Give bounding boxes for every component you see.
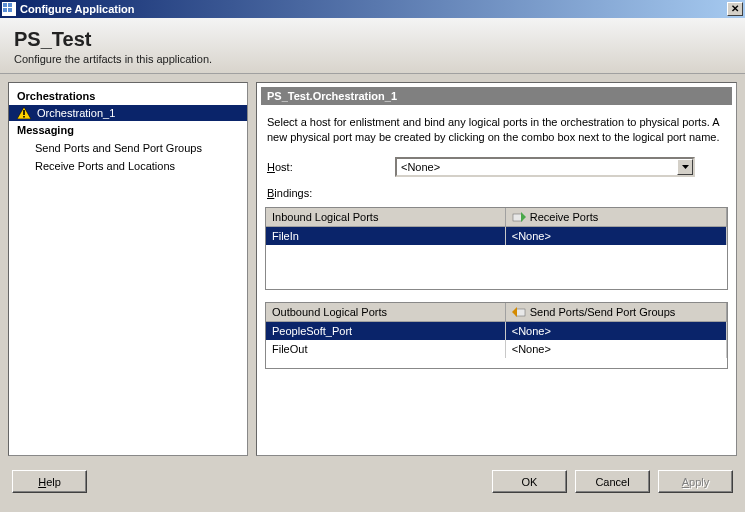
outbound-row-value: <None> — [506, 322, 727, 340]
nav-section-orchestrations: Orchestrations — [9, 87, 247, 105]
nav-item-send-ports[interactable]: Send Ports and Send Port Groups — [9, 139, 247, 157]
host-row: Host: <None> — [261, 155, 732, 179]
host-combo-value: <None> — [401, 161, 677, 173]
inbound-col-receive: Receive Ports — [506, 208, 727, 227]
svg-rect-9 — [513, 214, 522, 221]
outbound-col-logical: Outbound Logical Ports — [266, 303, 506, 322]
inbound-grid: Inbound Logical Ports Receive Ports File… — [265, 207, 728, 290]
svg-marker-12 — [512, 307, 517, 317]
bindings-label: Bindings: — [261, 185, 732, 201]
inbound-row-port: FileIn — [266, 227, 506, 245]
nav-item-receive-ports[interactable]: Receive Ports and Locations — [9, 157, 247, 175]
outbound-row[interactable]: FileOut <None> — [266, 340, 727, 358]
inbound-row-value: <None> — [506, 227, 727, 245]
inbound-grid-header: Inbound Logical Ports Receive Ports — [266, 208, 727, 227]
outbound-row-port: FileOut — [266, 340, 506, 358]
outbound-row-port: PeopleSoft_Port — [266, 322, 506, 340]
main-area: Orchestrations Orchestration_1 Messaging… — [0, 74, 745, 464]
title-bar: Configure Application ✕ — [0, 0, 745, 18]
apply-button[interactable]: Apply — [658, 470, 733, 493]
inbound-row[interactable]: FileIn <None> — [266, 227, 727, 245]
page-title: PS_Test — [14, 28, 731, 51]
nav-section-messaging: Messaging — [9, 121, 247, 139]
svg-rect-7 — [23, 116, 25, 118]
svg-rect-2 — [8, 3, 12, 7]
nav-item-label: Orchestration_1 — [37, 107, 115, 119]
svg-rect-3 — [3, 8, 7, 12]
combo-dropdown-button[interactable] — [677, 159, 693, 175]
host-label: Host: — [267, 161, 387, 173]
outbound-col-send: Send Ports/Send Port Groups — [506, 303, 727, 322]
receive-port-icon — [512, 211, 526, 223]
app-icon — [2, 2, 16, 16]
nav-item-orchestration-1[interactable]: Orchestration_1 — [9, 105, 247, 121]
content-title: PS_Test.Orchestration_1 — [261, 87, 732, 105]
svg-rect-11 — [516, 309, 525, 316]
page-subtitle: Configure the artifacts in this applicat… — [14, 53, 731, 65]
spacer — [95, 470, 484, 493]
dialog-header: PS_Test Configure the artifacts in this … — [0, 18, 745, 74]
svg-rect-4 — [8, 8, 12, 12]
warning-icon — [17, 107, 31, 119]
inbound-col-logical: Inbound Logical Ports — [266, 208, 506, 227]
svg-rect-6 — [23, 110, 25, 115]
outbound-row-value: <None> — [506, 340, 727, 358]
instructions-text: Select a host for enlistment and bind an… — [261, 111, 732, 149]
send-port-icon — [512, 306, 526, 318]
outbound-row[interactable]: PeopleSoft_Port <None> — [266, 322, 727, 340]
outbound-grid-header: Outbound Logical Ports Send Ports/Send P… — [266, 303, 727, 322]
host-combo[interactable]: <None> — [395, 157, 695, 177]
cancel-button[interactable]: Cancel — [575, 470, 650, 493]
ok-button[interactable]: OK — [492, 470, 567, 493]
nav-panel: Orchestrations Orchestration_1 Messaging… — [8, 82, 248, 456]
svg-marker-8 — [682, 165, 689, 169]
close-button[interactable]: ✕ — [727, 2, 743, 16]
button-bar: Help OK Cancel Apply — [0, 464, 745, 499]
outbound-grid: Outbound Logical Ports Send Ports/Send P… — [265, 302, 728, 369]
svg-rect-1 — [3, 3, 7, 7]
window-title: Configure Application — [20, 3, 727, 15]
help-button[interactable]: Help — [12, 470, 87, 493]
svg-marker-10 — [521, 212, 526, 222]
content-panel: PS_Test.Orchestration_1 Select a host fo… — [256, 82, 737, 456]
outbound-grid-body: PeopleSoft_Port <None> FileOut <None> — [266, 322, 727, 368]
inbound-grid-body: FileIn <None> — [266, 227, 727, 289]
